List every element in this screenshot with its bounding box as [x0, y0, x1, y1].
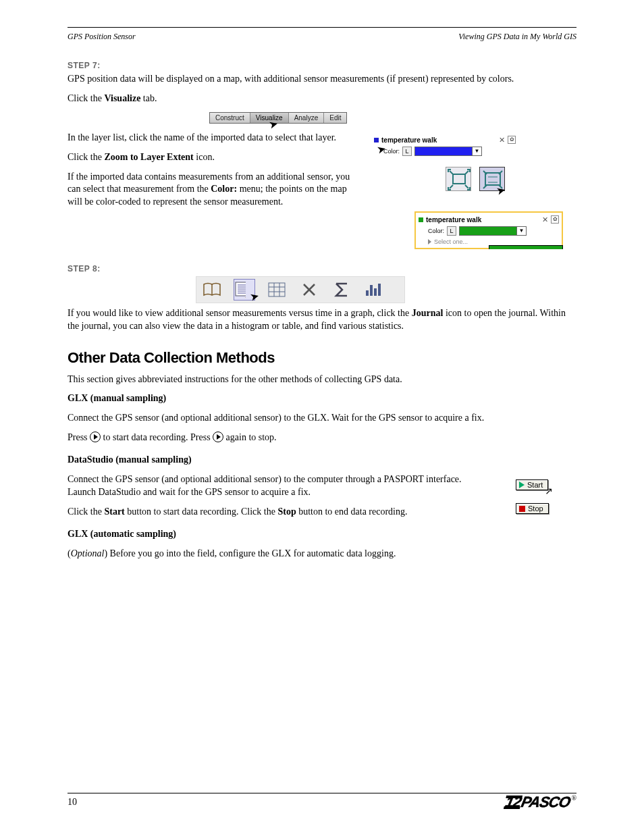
- histogram-icon[interactable]: [364, 280, 384, 300]
- tab-visualize[interactable]: Visualize: [250, 113, 289, 123]
- journal-icon[interactable]: ➤: [234, 280, 254, 300]
- play-icon: [213, 432, 223, 442]
- visualize-tab-ref: Visualize: [104, 93, 140, 103]
- page: GPS Position Sensor Viewing GPS Data in …: [0, 0, 644, 834]
- glx-manual-p1: Connect the GPS sensor (and optional add…: [68, 412, 576, 425]
- tab-analyze[interactable]: Analyze: [289, 113, 325, 123]
- step7-col-p2: Click the Zoom to Layer Extent icon.: [68, 151, 351, 164]
- layer-name[interactable]: temperature walk: [381, 136, 437, 144]
- ds-manual-title: DataStudio (manual sampling): [68, 454, 473, 467]
- table-icon[interactable]: [267, 280, 287, 300]
- color-dropdown[interactable]: ▼: [459, 226, 527, 236]
- start-button[interactable]: Start: [516, 479, 548, 490]
- glx-manual-title: GLX (manual sampling): [68, 392, 576, 405]
- measurement-dropdown: Temperature (°C) Speed (m/s) Course (°) …: [489, 245, 563, 249]
- tab-construct[interactable]: Construct: [210, 113, 250, 123]
- step8-label: STEP 8:: [68, 264, 576, 273]
- top-rule: [68, 27, 576, 28]
- mode-tabs: Construct Visualize Analyze Edit: [209, 112, 347, 124]
- clear-icon[interactable]: [299, 280, 319, 300]
- glx-auto-p1: (Optional) Before you go into the field,…: [68, 548, 576, 561]
- svg-rect-0: [453, 174, 465, 184]
- svg-rect-16: [370, 285, 373, 296]
- page-number: 10: [68, 797, 77, 808]
- mode-tabs-figure: Construct Visualize Analyze Edit ➤: [209, 112, 576, 124]
- layer-legend-1: temperature walk ✕ ✿ ➤ Color: L ▼: [374, 136, 516, 156]
- footer: 10 12PASCO®: [68, 793, 576, 811]
- header-left: GPS Position Sensor: [68, 32, 136, 42]
- color-label: Color:: [383, 148, 400, 155]
- journal-toolbar: ➤: [196, 276, 405, 303]
- close-icon[interactable]: ✕: [499, 136, 505, 145]
- color-label: Color:: [428, 228, 444, 234]
- cursor-icon: ➤: [248, 290, 260, 303]
- two-column-block: In the layer list, click the name of the…: [68, 129, 576, 249]
- ds-manual-p1: Connect the GPS sensor (and optional add…: [68, 473, 473, 499]
- methods-intro: This section gives abbreviated instructi…: [68, 373, 576, 386]
- gear-icon[interactable]: ✿: [551, 215, 559, 224]
- zoom-to-layer-extent-icon[interactable]: ➤: [479, 167, 505, 191]
- journal-ref: Journal: [412, 308, 444, 318]
- zoom-icon-pair: ➤: [374, 167, 576, 191]
- color-dropdown[interactable]: ▼: [414, 147, 482, 156]
- select-one-row[interactable]: Select one...: [428, 238, 559, 245]
- step7-col-p1: In the layer list, click the name of the…: [68, 132, 351, 145]
- sigma-icon[interactable]: [331, 280, 352, 300]
- step7-col-p3: If the imported data contains measuremen…: [68, 171, 351, 209]
- zoom-to-full-extent-icon[interactable]: [446, 167, 471, 191]
- expand-icon: [428, 239, 431, 244]
- brand-logo: 12PASCO®: [505, 793, 576, 811]
- color-menu-ref: Color:: [211, 184, 237, 194]
- header-right: Viewing GPS Data in My World GIS: [458, 32, 576, 42]
- right-column: temperature walk ✕ ✿ ➤ Color: L ▼: [374, 129, 576, 249]
- svg-rect-17: [374, 288, 377, 296]
- layer-name[interactable]: temperature walk: [426, 216, 481, 224]
- l-button[interactable]: L: [402, 147, 412, 156]
- play-icon: [90, 432, 101, 442]
- gear-icon[interactable]: ✿: [508, 136, 516, 144]
- step8-p1: If you would like to view additional sen…: [68, 307, 576, 333]
- close-icon[interactable]: ✕: [542, 215, 548, 224]
- running-header: GPS Position Sensor Viewing GPS Data in …: [68, 32, 576, 42]
- step7-label: STEP 7:: [68, 61, 576, 70]
- layer-color-swatch: [419, 217, 423, 222]
- stop-icon: [519, 506, 525, 512]
- step7-p1: GPS position data will be displayed on a…: [68, 73, 576, 86]
- dropdown-swatch[interactable]: [489, 246, 562, 249]
- journal-toolbar-figure: ➤: [196, 276, 576, 303]
- step7-p2: Click the Visualize tab.: [68, 93, 576, 105]
- svg-rect-8: [269, 283, 285, 296]
- stop-button[interactable]: Stop: [516, 503, 549, 514]
- svg-rect-1: [485, 173, 500, 185]
- zoom-layer-ref: Zoom to Layer Extent: [104, 152, 193, 162]
- book-icon[interactable]: [202, 280, 222, 300]
- ds-manual-p2: Click the Start button to start data rec…: [68, 506, 473, 519]
- svg-rect-18: [378, 284, 381, 296]
- svg-rect-15: [366, 290, 369, 296]
- select-one-label: Select one...: [434, 238, 468, 245]
- layer-legend-2: temperature walk ✕ ✿ Color: L ▼ Select o…: [414, 211, 563, 249]
- left-column: In the layer list, click the name of the…: [68, 129, 351, 215]
- glx-auto-title: GLX (automatic sampling): [68, 528, 576, 541]
- tab-edit[interactable]: Edit: [324, 113, 346, 123]
- glx-manual-p2: Press to start data recording. Press aga…: [68, 432, 576, 444]
- layer-color-swatch: [374, 138, 379, 142]
- play-icon: [519, 481, 525, 488]
- l-button[interactable]: L: [447, 226, 456, 236]
- section-heading: Other Data Collection Methods: [68, 349, 576, 367]
